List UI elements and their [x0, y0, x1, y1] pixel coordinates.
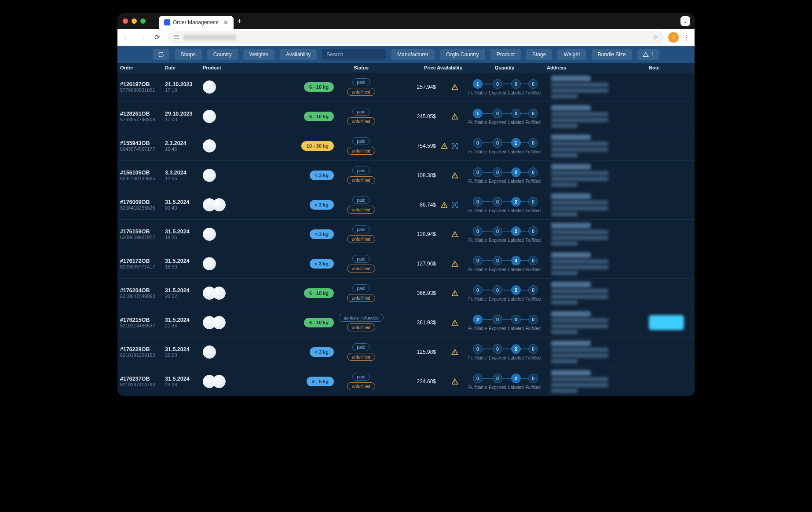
- address-cell: [547, 282, 649, 305]
- filter-origin-country[interactable]: Orgin Country: [440, 49, 485, 60]
- table-row[interactable]: #156105OB60447801346653.3.202412:05< 3 k…: [117, 160, 695, 190]
- filter-availability[interactable]: Availability: [280, 49, 317, 60]
- quantity-stepper: 2Fulfillable0Exported0Labeled0Fulfilled: [462, 315, 547, 331]
- table-row[interactable]: #126197OB577988893108121.10.202317:186 -…: [117, 72, 695, 102]
- table-row[interactable]: #176215OB621011448653731.5.202421:346 - …: [117, 308, 695, 337]
- filter-weights[interactable]: Weights: [243, 49, 274, 60]
- product-image[interactable]: [203, 110, 216, 123]
- close-window-icon[interactable]: [123, 18, 128, 24]
- quantity-stepper: 0Fulfillable0Exported1Labeled0Fulfilled: [462, 138, 547, 154]
- product-image[interactable]: [212, 316, 226, 329]
- quantity-node: 0: [473, 374, 483, 383]
- availability-cell: [436, 171, 462, 179]
- filter-manufacturer[interactable]: Manufacturer: [391, 49, 435, 60]
- order-time: 12:05: [165, 176, 203, 181]
- product-thumbnails[interactable]: [203, 287, 226, 300]
- filter-bundle-size[interactable]: Bundle Size: [592, 49, 632, 60]
- filter-bar: Shops Country Weights Availability Searc…: [117, 46, 695, 63]
- quantity-node: 0: [511, 79, 521, 89]
- quantity-label: Labeled: [508, 297, 524, 301]
- address-bar[interactable]: ☆: [168, 31, 664, 44]
- quantity-node: 2: [511, 285, 521, 295]
- filter-shops[interactable]: Shops: [175, 49, 202, 60]
- quantity-node: 0: [511, 109, 521, 118]
- order-time: 22:23: [165, 352, 203, 358]
- product-thumbnails[interactable]: [203, 228, 216, 241]
- product-image[interactable]: [212, 375, 226, 388]
- new-tab-button[interactable]: +: [237, 17, 242, 26]
- close-tab-icon[interactable]: ✕: [223, 19, 228, 26]
- table-row[interactable]: #176237OB621026741479331.5.202423:284 - …: [117, 367, 695, 396]
- search-input[interactable]: Search: [322, 49, 386, 60]
- status-badge: paid: [352, 196, 370, 204]
- quantity-node: 0: [528, 256, 538, 265]
- bookmark-icon[interactable]: ☆: [653, 33, 658, 41]
- product-image[interactable]: [212, 287, 226, 300]
- order-time: 18:59: [165, 264, 203, 269]
- quantity-stepper: 0Fulfillable0Exported2Labeled0Fulfilled: [462, 197, 547, 213]
- address-cell: [547, 193, 649, 216]
- quantity-label: Fulfillable: [468, 267, 487, 272]
- order-time: 17:03: [165, 117, 203, 122]
- back-button[interactable]: ←: [121, 31, 133, 44]
- product-image[interactable]: [203, 228, 216, 241]
- order-date: 31.5.2024: [165, 258, 203, 264]
- note-badge[interactable]: [649, 315, 684, 330]
- quantity-label: Exported: [489, 91, 506, 95]
- product-thumbnails[interactable]: [203, 198, 226, 211]
- availability-cell: [436, 289, 462, 297]
- weight-pill: < 3 kg: [310, 229, 334, 239]
- filter-weight[interactable]: Weight: [557, 49, 586, 60]
- quantity-label: Fulfilled: [526, 120, 541, 125]
- product-image[interactable]: [203, 139, 216, 153]
- col-price: Price: [383, 65, 436, 70]
- filter-stage[interactable]: Stage: [526, 49, 552, 60]
- reload-button[interactable]: ⟳: [151, 31, 163, 44]
- product-thumbnails[interactable]: [203, 345, 216, 359]
- table-row[interactable]: #176228OB621019122919331.5.202422:23< 3 …: [117, 337, 695, 367]
- table-row[interactable]: #128261OB579395774080929.10.202317:036 -…: [117, 102, 695, 131]
- browser-tab[interactable]: Order Management ✕: [159, 16, 234, 29]
- profile-avatar[interactable]: J: [668, 32, 679, 43]
- svg-rect-2: [454, 145, 456, 147]
- product-thumbnails[interactable]: [203, 257, 216, 270]
- window-controls[interactable]: [123, 18, 146, 24]
- availability-cell: [436, 378, 462, 385]
- quantity-node: 0: [493, 79, 502, 89]
- site-settings-icon[interactable]: [173, 34, 180, 41]
- maximize-window-icon[interactable]: [140, 18, 146, 24]
- product-thumbnails[interactable]: [203, 110, 216, 123]
- quantity-label: Fulfilled: [526, 267, 541, 272]
- product-thumbnails[interactable]: [203, 375, 226, 388]
- tab-overflow-icon[interactable]: ⌄: [680, 16, 690, 26]
- col-quantity: Quantity: [462, 65, 547, 70]
- refresh-button[interactable]: [153, 49, 169, 60]
- order-id: #176159OB: [120, 229, 165, 235]
- product-thumbnails[interactable]: [203, 139, 216, 153]
- product-image[interactable]: [203, 345, 216, 359]
- filter-product[interactable]: Product: [490, 49, 521, 60]
- table-row[interactable]: #176159OB620980990797731.5.202418:25< 3 …: [117, 219, 695, 249]
- quantity-node: 2: [511, 374, 521, 383]
- quantity-label: Exported: [489, 356, 506, 360]
- filter-country[interactable]: Country: [207, 49, 238, 60]
- forward-button[interactable]: →: [136, 31, 148, 44]
- product-image[interactable]: [203, 80, 216, 94]
- table-row[interactable]: #176204OB621004704999331.5.202420:526 - …: [117, 278, 695, 308]
- product-image[interactable]: [212, 198, 226, 211]
- menu-icon[interactable]: ⋮: [681, 33, 691, 41]
- order-id: #176204OB: [120, 287, 165, 294]
- product-thumbnails[interactable]: [203, 316, 226, 329]
- product-image[interactable]: [203, 169, 216, 182]
- alert-button[interactable]: 1: [637, 49, 660, 60]
- status-badge: unfulfilled: [347, 147, 375, 155]
- quantity-stepper: 0Fulfillable0Exported2Labeled0Fulfilled: [462, 344, 547, 360]
- product-image[interactable]: [203, 257, 216, 270]
- product-thumbnails[interactable]: [203, 80, 216, 94]
- quantity-node: 0: [493, 315, 502, 324]
- table-row[interactable]: #155943OB60435745671772.3.202416:4610 - …: [117, 131, 695, 160]
- table-row[interactable]: #176172OB620986577741731.5.202418:59< 3 …: [117, 249, 695, 278]
- product-thumbnails[interactable]: [203, 169, 216, 182]
- table-row[interactable]: #176009OB620841025562531.5.202400:40< 3 …: [117, 190, 695, 219]
- minimize-window-icon[interactable]: [132, 18, 137, 24]
